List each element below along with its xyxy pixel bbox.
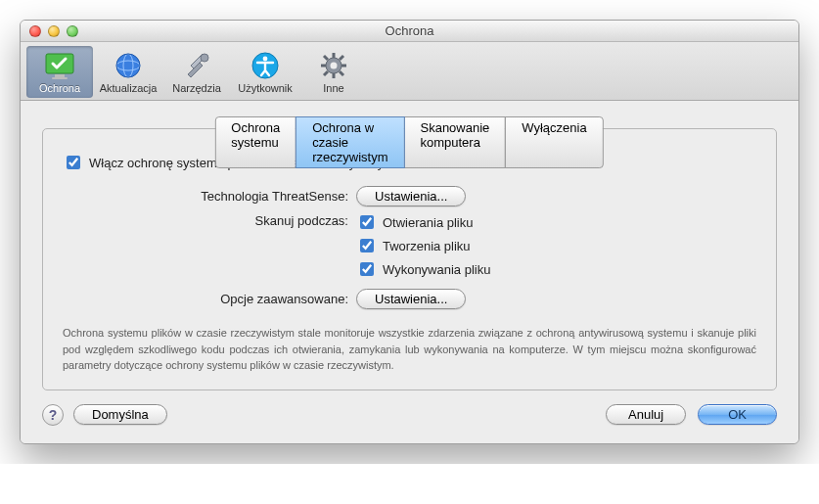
threatsense-settings-button[interactable]: Ustawienia... bbox=[356, 186, 466, 206]
tab-realtime-protection[interactable]: Ochrona w czasie rzeczywistym bbox=[296, 116, 404, 168]
toolbar-item-label: Aktualizacja bbox=[95, 82, 161, 94]
tab-panel: Ochrona systemu Ochrona w czasie rzeczyw… bbox=[42, 128, 777, 390]
scan-on-create-checkbox[interactable]: Tworzenia pliku bbox=[356, 236, 490, 255]
zoom-icon[interactable] bbox=[67, 25, 78, 37]
titlebar: Ochrona bbox=[21, 21, 798, 42]
content-area: Ochrona systemu Ochrona w czasie rzeczyw… bbox=[21, 101, 798, 443]
toolbar-item-update[interactable]: Aktualizacja bbox=[95, 46, 161, 98]
toolbar: Ochrona Aktualizacja Narzęd bbox=[21, 42, 798, 101]
ok-button[interactable]: OK bbox=[698, 404, 777, 425]
globe-icon bbox=[95, 49, 161, 82]
svg-rect-2 bbox=[52, 77, 68, 79]
scan-on-open-checkbox[interactable]: Otwierania pliku bbox=[356, 212, 490, 232]
tab-bar: Ochrona systemu Ochrona w czasie rzeczyw… bbox=[215, 116, 603, 168]
scan-on-create-input[interactable] bbox=[360, 239, 374, 252]
svg-point-9 bbox=[263, 57, 268, 62]
tab-system-protection[interactable]: Ochrona systemu bbox=[214, 116, 296, 168]
help-icon[interactable]: ? bbox=[42, 404, 64, 426]
tab-computer-scan[interactable]: Skanowanie komputera bbox=[403, 116, 506, 168]
svg-line-16 bbox=[340, 71, 343, 75]
svg-point-19 bbox=[331, 63, 338, 69]
description-text: Ochrona systemu plików w czasie rzeczywi… bbox=[63, 325, 756, 374]
scan-during-label: Skanuj podczas: bbox=[63, 212, 356, 228]
svg-point-7 bbox=[201, 54, 208, 62]
toolbar-item-label: Narzędzia bbox=[163, 82, 230, 94]
svg-line-18 bbox=[324, 71, 328, 75]
minimize-icon[interactable] bbox=[48, 25, 60, 37]
toolbar-item-other[interactable]: Inne bbox=[300, 46, 367, 98]
footer: ? Domyślna Anuluj OK bbox=[42, 404, 777, 426]
tools-icon bbox=[163, 49, 230, 82]
toolbar-item-label: Inne bbox=[300, 82, 367, 94]
scan-on-exec-checkbox[interactable]: Wykonywania pliku bbox=[356, 259, 490, 279]
gear-icon bbox=[300, 49, 367, 82]
tab-exclusions[interactable]: Wyłączenia bbox=[505, 116, 603, 168]
threatsense-label: Technologia ThreatSense: bbox=[63, 189, 356, 204]
enable-realtime-input[interactable] bbox=[67, 156, 80, 169]
accessibility-icon bbox=[232, 49, 298, 82]
toolbar-item-tools[interactable]: Narzędzia bbox=[163, 46, 230, 98]
shield-check-icon bbox=[26, 49, 93, 82]
window-controls bbox=[29, 25, 78, 37]
toolbar-item-label: Użytkownik bbox=[232, 82, 298, 94]
scan-on-exec-label: Wykonywania pliku bbox=[383, 262, 490, 277]
svg-rect-1 bbox=[55, 74, 65, 77]
advanced-options-label: Opcje zaawansowane: bbox=[63, 292, 356, 306]
scan-on-exec-input[interactable] bbox=[360, 262, 374, 276]
advanced-settings-button[interactable]: Ustawienia... bbox=[356, 289, 466, 309]
svg-line-17 bbox=[340, 56, 343, 60]
preferences-window: Ochrona Ochrona bbox=[20, 20, 799, 444]
toolbar-item-protection[interactable]: Ochrona bbox=[26, 46, 93, 98]
scan-on-create-label: Tworzenia pliku bbox=[383, 239, 471, 253]
toolbar-item-user[interactable]: Użytkownik bbox=[232, 46, 298, 98]
cancel-button[interactable]: Anuluj bbox=[606, 404, 686, 425]
scan-on-open-input[interactable] bbox=[360, 215, 374, 229]
window-title: Ochrona bbox=[21, 23, 798, 38]
close-icon[interactable] bbox=[29, 25, 41, 37]
toolbar-item-label: Ochrona bbox=[26, 82, 93, 94]
defaults-button[interactable]: Domyślna bbox=[73, 404, 167, 425]
svg-line-15 bbox=[324, 56, 328, 60]
scan-on-open-label: Otwierania pliku bbox=[383, 215, 474, 230]
